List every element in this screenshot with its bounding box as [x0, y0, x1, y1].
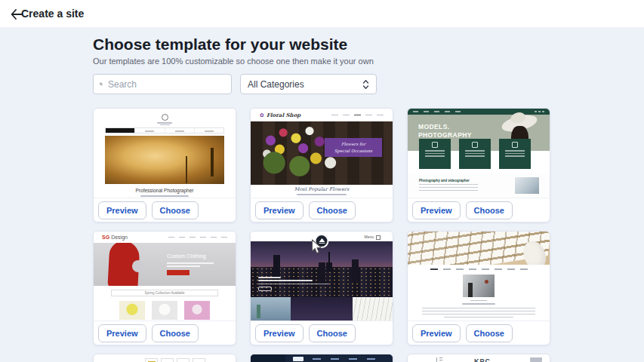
thumb-navbar [251, 354, 393, 362]
template-card-sg-design[interactable]: SG Design Custom Clothing Spring Collect… [93, 231, 236, 345]
choose-button[interactable]: Choose [152, 201, 199, 219]
thumb-navbar [408, 109, 550, 115]
template-card-models-photography[interactable]: MODELS. PHOTOGRAPHY Photography and vide… [407, 108, 550, 222]
preview-button[interactable]: Preview [255, 324, 304, 342]
deco-paragraph [419, 184, 478, 193]
deco-line [157, 122, 172, 124]
thumb-navbar [168, 237, 227, 238]
template-card-tabs-site[interactable]: Preview Choose [93, 354, 236, 362]
thumb-hero-title: MODELS. PHOTOGRAPHY [418, 123, 472, 140]
deco-line [297, 194, 347, 195]
gallery-image-night [291, 297, 353, 321]
navbar-links [313, 358, 375, 360]
page-title: Create a site [21, 8, 84, 20]
mountain-icon [319, 238, 325, 242]
choose-button[interactable]: Choose [152, 324, 199, 342]
card-actions: Preview Choose [251, 198, 393, 222]
flower-icon: ✿ [260, 112, 264, 118]
navbar-logo-block [251, 354, 285, 362]
thumb-logo-text: Design [111, 235, 128, 240]
tower-art [273, 255, 280, 278]
choose-button[interactable]: Choose [466, 201, 513, 219]
template-card-photographer[interactable]: Professional Photographer Preview Choose [93, 108, 236, 222]
thumb-hero-text [258, 275, 329, 291]
category-select[interactable]: All Categories [240, 74, 377, 94]
thumb-gallery-row [251, 297, 393, 321]
deco-paragraph [422, 308, 535, 315]
template-thumbnail-sg-design: SG Design Custom Clothing Spring Collect… [94, 232, 236, 321]
template-card-navy-business[interactable]: Preview Choose [250, 354, 393, 362]
thumb-logo-mark [162, 114, 168, 121]
deco-line [160, 124, 170, 126]
deco-line [258, 280, 313, 281]
deco-paragraph [444, 317, 513, 320]
thumb-hero-photo [105, 136, 224, 184]
deco-line [462, 303, 495, 305]
card-actions: Preview Choose [408, 321, 550, 345]
navbar-right-icons [535, 111, 544, 112]
deco-line [258, 284, 329, 284]
choose-button[interactable]: Choose [466, 324, 513, 342]
thumb-menu-label: Menu [364, 235, 381, 240]
thumb-header: KPC [408, 354, 550, 362]
thumb-tab-row [145, 358, 236, 362]
search-input[interactable] [108, 79, 225, 90]
template-card-keyboard-studio[interactable]: Preview Choose [407, 231, 550, 345]
template-card-city-guide[interactable]: Menu Previ [250, 231, 393, 345]
preview-button[interactable]: Preview [98, 201, 146, 219]
thumb-header: ✿ Floral Shop [251, 109, 393, 121]
deco-line [167, 265, 200, 267]
category-select-value: All Categories [248, 79, 362, 90]
thumb-section: Spring Collection Available [94, 286, 236, 321]
preview-button[interactable]: Preview [412, 324, 461, 342]
thumb-cta-button [167, 270, 190, 275]
thumb-footer: Most Popular Flowers [251, 185, 393, 198]
thumb-logo-badge [315, 234, 329, 248]
template-grid: Professional Photographer Preview Choose… [93, 108, 551, 362]
thumb-photo-office [463, 275, 495, 297]
search-box[interactable] [93, 74, 232, 94]
navbar-button [293, 357, 304, 361]
template-thumbnail-tabs [94, 354, 236, 362]
product-thumb [119, 301, 145, 321]
feature-icon [512, 142, 518, 148]
section-subheading: Our templates are 100% customizable so c… [93, 57, 374, 66]
thumb-title: Professional Photographer [94, 188, 236, 193]
template-thumbnail-photographer: Professional Photographer [94, 109, 236, 198]
thumb-logo-text: KPC [474, 357, 491, 362]
gallery-image-statue [251, 297, 291, 321]
gallery-image-sketch [353, 297, 393, 321]
thumb-navbar [105, 127, 224, 133]
card-actions: Preview Choose [251, 321, 393, 345]
red-dress-art [107, 243, 140, 286]
preview-button[interactable]: Preview [98, 324, 146, 342]
thumb-hero: Custom Clothing [94, 243, 236, 286]
template-card-kpc[interactable]: KPC Preview Choose [407, 354, 550, 362]
product-row [94, 301, 236, 321]
search-icon [100, 79, 103, 89]
thumb-section: Photography and videographer [408, 173, 550, 198]
feature-card [499, 139, 531, 169]
deco-line [140, 195, 189, 197]
thumb-navbar [408, 265, 550, 270]
select-stepper-icon [362, 79, 369, 90]
template-thumbnail-floral: ✿ Floral Shop Flowers for Special Occasi… [251, 109, 393, 198]
choose-button[interactable]: Choose [309, 324, 356, 342]
card-actions: Preview Choose [94, 198, 236, 222]
choose-button[interactable]: Choose [309, 201, 356, 219]
spire-art [328, 252, 330, 272]
card-actions: Preview Choose [408, 198, 550, 222]
thumb-body [408, 265, 550, 321]
deco-line [167, 262, 214, 264]
feature-cards [419, 139, 531, 169]
thumb-hero-title: Custom Clothing [167, 253, 206, 259]
banner-line: Special Occasions [334, 148, 372, 154]
thumb-section-title: Photography and videographer [419, 179, 470, 183]
product-thumb [152, 301, 177, 321]
feature-icon [472, 142, 478, 148]
template-thumbnail-models: MODELS. PHOTOGRAPHY Photography and vide… [408, 109, 550, 198]
thumb-navbar [331, 115, 384, 116]
preview-button[interactable]: Preview [412, 201, 461, 219]
preview-button[interactable]: Preview [255, 201, 304, 219]
template-card-floral-shop[interactable]: ✿ Floral Shop Flowers for Special Occasi… [250, 108, 393, 222]
